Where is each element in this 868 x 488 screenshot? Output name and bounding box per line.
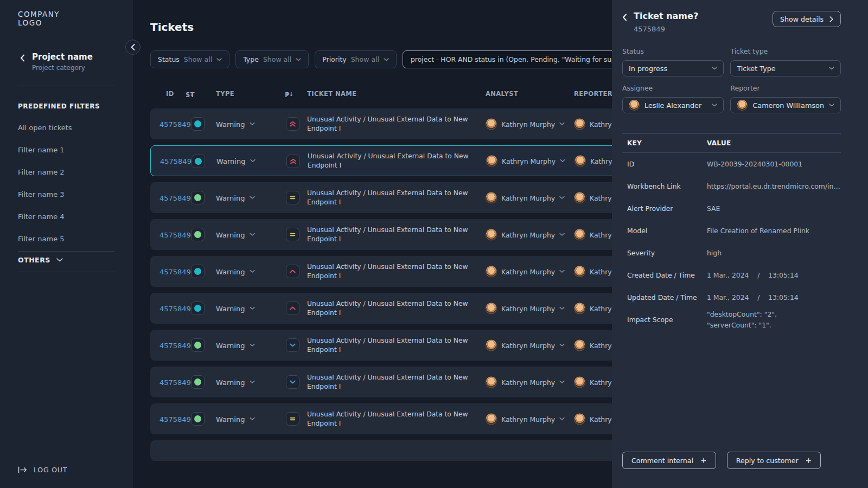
analyst-dropdown[interactable]: Kathryn Murphy (486, 229, 565, 240)
analyst-dropdown[interactable]: Kathryn Murphy (486, 266, 565, 277)
table-row[interactable]: 4575849 Warning (150, 108, 612, 139)
priority-icon-highest (286, 155, 300, 168)
analyst-dropdown[interactable]: Kathryn Murphy (486, 376, 565, 388)
search-input[interactable] (403, 50, 612, 68)
reply-to-customer-button[interactable]: Reply to customer + (727, 452, 821, 469)
assignee-avatar (629, 100, 640, 111)
chevron-down-icon (559, 233, 565, 236)
priority-icon-medium (286, 412, 299, 426)
type-dropdown[interactable]: Warning (216, 341, 255, 349)
ticket-id-link[interactable]: 4575849 (159, 378, 191, 386)
analyst-avatar (486, 303, 497, 314)
table-row[interactable]: 4575849 Warning (150, 367, 612, 397)
ticket-name: Unusual Activity / Unusual External Data… (307, 409, 482, 428)
back-chevron-icon[interactable] (20, 54, 25, 62)
kv-value: high (707, 248, 841, 258)
type-dropdown[interactable]: Warning (216, 230, 255, 239)
priority-icon-medium (286, 228, 299, 241)
table-row[interactable]: 4575849 Warning (150, 330, 612, 361)
sidebar-filter-item[interactable]: Filter name 5 (18, 228, 133, 250)
panel-back-icon[interactable] (622, 14, 627, 21)
ticket-id-link[interactable]: 4575849 (159, 304, 191, 312)
reporter-avatar (574, 413, 585, 425)
analyst-dropdown[interactable]: Kathryn Murphy (486, 303, 565, 314)
chevron-down-icon (216, 58, 222, 61)
type-dropdown[interactable]: Warning (216, 120, 255, 128)
table-row-partial[interactable] (150, 440, 612, 461)
table-row[interactable]: 4575849 Warning (150, 145, 612, 176)
kv-header: KEY VALUE (622, 134, 841, 152)
reporter-cell: Kathryn Murphy (574, 413, 612, 425)
analyst-dropdown[interactable]: Kathryn Murphy (486, 339, 565, 351)
chevron-down-icon (56, 258, 63, 262)
table-row[interactable]: 4575849 Warning (150, 256, 612, 287)
reporter-cell: Kathryn Murphy (574, 339, 612, 351)
status-filter-dropdown[interactable]: Status Show all (150, 50, 229, 68)
status-select[interactable]: In progress (622, 60, 724, 76)
status-indicator (191, 228, 205, 241)
sidebar-filter-item[interactable]: Filter name 4 (18, 206, 133, 228)
sidebar-filter-item[interactable]: Filter name 1 (18, 139, 133, 161)
chevron-down-icon (384, 58, 389, 61)
column-header-id: ID (166, 90, 174, 98)
type-dropdown[interactable]: Warning (216, 157, 256, 165)
analyst-dropdown[interactable]: Kathryn Murphy (486, 413, 565, 425)
type-dropdown[interactable]: Warning (216, 194, 255, 202)
sidebar-filter-item[interactable]: Filter name 2 (18, 161, 133, 183)
type-dropdown[interactable]: Warning (216, 378, 255, 386)
type-dropdown[interactable]: Warning (216, 415, 255, 423)
table-row[interactable]: 4575849 Warning (150, 403, 612, 434)
sort-icon-st[interactable]: ↑↓ (186, 91, 194, 97)
ticket-id-link[interactable]: 4575849 (159, 120, 191, 128)
priority-icon-high (286, 301, 299, 315)
sort-icon-p[interactable]: ↑↓ (285, 91, 293, 97)
chevron-down-icon (712, 104, 717, 107)
kv-value: 1 Mar., 2024 / 13:05:14 (707, 270, 841, 280)
kv-value-header: VALUE (707, 139, 841, 147)
sidebar-divider (18, 272, 114, 272)
page-title: Tickets (150, 21, 612, 34)
chevron-down-icon (250, 270, 255, 273)
ticket-type-select[interactable]: Ticket Type (730, 60, 841, 76)
logo-line-1: COMPANY (18, 10, 133, 18)
reporter-select[interactable]: Cameron Williamson (730, 97, 841, 113)
kv-key: ID (627, 160, 707, 168)
logout-button[interactable]: LOG OUT (18, 466, 133, 474)
show-details-button[interactable]: Show details (773, 11, 841, 27)
ticket-id-link[interactable]: 4575849 (160, 157, 192, 165)
table-row[interactable]: 4575849 Warning (150, 293, 612, 324)
ticket-name: Unusual Activity / Unusual External Data… (307, 225, 482, 243)
analyst-dropdown[interactable]: Kathryn Murphy (486, 155, 565, 166)
table-row[interactable]: 4575849 Warning (150, 219, 612, 250)
kv-key: Created Date / Time (627, 271, 707, 279)
sidebar-filter-item[interactable]: All open tickets (18, 117, 133, 139)
ticket-id-link[interactable]: 4575849 (159, 341, 191, 349)
ticket-id-link[interactable]: 4575849 (159, 267, 191, 275)
chevron-down-icon (559, 381, 565, 384)
analyst-dropdown[interactable]: Kathryn Murphy (486, 192, 565, 203)
analyst-dropdown[interactable]: Kathryn Murphy (486, 118, 565, 130)
assignee-select[interactable]: Leslie Alexander (622, 97, 724, 113)
table-row[interactable]: 4575849 Warning (150, 182, 612, 213)
comment-internal-button[interactable]: Comment internal + (622, 452, 716, 469)
status-dot (194, 415, 201, 422)
status-indicator (191, 191, 205, 204)
sidebar-filter-item[interactable]: Filter name 3 (18, 183, 133, 206)
status-indicator (191, 301, 205, 315)
project-header[interactable]: Project name Project category (20, 52, 133, 72)
type-dropdown[interactable]: Warning (216, 304, 255, 312)
priority-filter-dropdown[interactable]: Priority Show all (315, 50, 397, 68)
sidebar-collapse-button[interactable] (125, 40, 141, 55)
kv-row: Impact Scope "desktopCount": "2". "serve… (622, 309, 841, 331)
status-dot (194, 342, 201, 349)
ticket-id-link[interactable]: 4575849 (159, 230, 191, 239)
priority-icon-low (286, 375, 299, 389)
reporter-cell: Kathryn Murphy (575, 155, 612, 166)
type-filter-dropdown[interactable]: Type Show all (235, 50, 309, 68)
type-dropdown[interactable]: Warning (216, 267, 255, 275)
sidebar-others-toggle[interactable]: OTHERS (18, 256, 133, 264)
ticket-id-link[interactable]: 4575849 (159, 415, 191, 423)
assignee-field-label: Assignee (622, 84, 724, 92)
ticket-id-link[interactable]: 4575849 (159, 194, 191, 202)
reporter-name: Kathryn Murphy (590, 415, 612, 423)
